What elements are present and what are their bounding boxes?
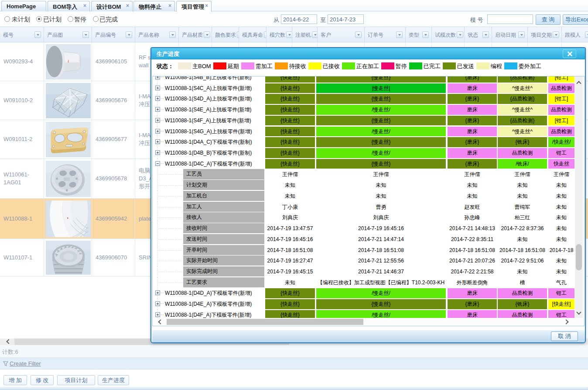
column-filter-button[interactable] [482,31,489,38]
process-cell[interactable]: /铣床/ [498,159,547,169]
column-filter-button[interactable] [355,31,362,38]
process-cell[interactable]: {慢走丝} [316,76,446,83]
column-filter-button[interactable] [457,31,463,38]
scroll-left-icon[interactable] [158,319,163,324]
scroll-up-icon[interactable] [576,81,581,86]
tree-row[interactable]: W110088-1(S4B_B)上脱板零件(新制){快走丝}{慢走丝}{磨床}{… [153,76,584,83]
process-cell[interactable]: ^慢走丝^ [498,105,547,115]
column-filter-button[interactable] [553,31,559,38]
process-cell[interactable]: {快走丝} [265,105,315,115]
process-cell[interactable]: 品质检测 [548,83,574,93]
process-cell[interactable]: {磨床} [448,116,497,126]
process-cell[interactable]: 品质检测 [548,105,574,115]
expand-icon[interactable] [155,150,160,155]
process-cell[interactable]: 快走丝 [548,159,574,169]
process-cell[interactable]: [钳工] [548,76,574,83]
column-filter-button[interactable] [312,31,318,38]
column-header-注塑机[interactable]: 注塑机 [292,27,318,42]
tab-项目管理[interactable]: 项目管理× [176,1,212,12]
process-cell[interactable]: {品质检测} [498,116,547,126]
search-button[interactable]: 查 询 [536,14,561,25]
scrollbar-thumb[interactable] [576,244,582,270]
process-cell[interactable]: /慢走丝/ [316,105,446,115]
expand-icon[interactable] [155,86,160,90]
tab-close-icon[interactable]: × [83,3,86,9]
tree-row[interactable]: W110088-1(S4G_A)上脱板零件(新增){快走丝}/慢走丝/磨床^慢走… [153,126,584,137]
scroll-right-icon[interactable] [564,319,568,324]
process-cell[interactable]: {快走丝} [265,94,315,104]
column-filter-button[interactable] [585,31,588,38]
column-filter-button[interactable] [34,31,41,38]
radio-暂停[interactable] [68,16,73,22]
expand-icon[interactable] [155,129,160,134]
radio-label[interactable]: 未计划 [12,16,30,24]
process-cell[interactable]: {磨床} [448,299,497,309]
process-cell[interactable]: 磨床 [448,310,497,318]
column-header-模号[interactable]: 模号 [0,27,44,42]
process-cell[interactable]: {慢走丝} [316,299,446,309]
production-progress-button[interactable]: 生产进度 [98,375,129,385]
tree-row[interactable]: W110088-1(S4C_A)上脱板零件(新增){快走丝}|慢走丝|磨床^慢走… [153,83,584,94]
process-cell[interactable]: 钳工 [548,288,574,298]
tab-bom导入[interactable]: BOM导入× [48,1,90,11]
process-cell[interactable]: {慢走丝} [316,94,446,104]
expand-icon[interactable] [155,301,160,306]
process-cell[interactable]: 磨床 [448,83,497,93]
column-filter-button[interactable] [422,31,429,38]
column-header-产品图[interactable]: 产品图 [44,27,92,42]
column-header-试模次数[interactable]: 试模次数 [432,27,465,42]
scrollbar-thumb[interactable] [167,319,363,325]
column-filter-button[interactable] [126,31,132,38]
process-cell[interactable]: {磨床} [448,159,497,169]
scroll-left-icon[interactable] [6,339,11,344]
column-header-类型[interactable]: 类型 [406,27,432,42]
process-cell[interactable]: 钳工 [548,310,574,318]
radio-未计划[interactable] [4,16,10,22]
collapse-icon[interactable] [155,161,160,166]
tree-row[interactable]: W110088-1(D4A_C)下模板零件(新制){快走丝}{慢走丝}{磨床}{… [153,137,584,148]
column-filter-button[interactable] [518,31,525,38]
process-cell[interactable]: {快走丝} [265,76,315,83]
tab-close-icon[interactable]: × [168,3,171,9]
process-cell[interactable]: {慢走丝} [316,116,446,126]
process-cell[interactable]: 品质检测 [498,310,547,318]
column-filter-button[interactable] [82,31,89,38]
process-cell[interactable]: [快走丝] [548,299,574,309]
dialog-vertical-scrollbar[interactable] [575,76,583,318]
process-cell[interactable]: {慢走丝} [316,137,446,147]
radio-label[interactable]: 暂停 [74,16,86,24]
process-cell[interactable]: {磨床} [448,137,497,147]
process-cell[interactable]: /慢走丝/ [316,288,446,298]
expand-icon[interactable] [155,76,160,79]
export-excel-button[interactable]: 导出Excel [563,14,588,25]
cancel-button[interactable]: 取 消 [551,331,578,341]
expand-icon[interactable] [155,118,160,123]
process-cell[interactable]: /快走丝/ [548,137,574,147]
tab-物料停止[interactable]: 物料停止× [133,1,175,11]
tree-row[interactable]: W110088-1(D4E_A)下模板零件(新增){快走丝}{慢走丝}{磨床}{… [153,299,584,310]
expand-icon[interactable] [155,312,160,317]
tree-row[interactable]: W110088-1(D4B_B)下模板零件(新制){快走丝}/慢走丝/磨床品质检… [153,148,584,159]
tab-homepage[interactable]: HomePage [1,1,46,11]
column-header-项目交期[interactable]: 项目交期 [528,27,562,42]
column-header-订单号[interactable]: 订单号 [365,27,406,42]
process-cell[interactable]: 磨床 [448,148,497,158]
column-header-产品编号[interactable]: 产品编号 [92,27,135,42]
process-cell[interactable]: 磨床 [448,127,497,137]
process-cell[interactable]: ^慢走丝^ [498,127,547,137]
column-header-颜色要求[interactable]: 颜色要求 [212,27,239,42]
process-cell[interactable]: {快走丝} [265,310,315,318]
process-cell[interactable]: {铣床} [498,299,547,309]
tab-设计bom[interactable]: 设计BOM× [91,1,133,11]
column-header-跟模人[interactable]: 跟模人 [562,27,588,42]
process-cell[interactable]: 磨床 [448,288,497,298]
project-plan-button[interactable]: 项目计划 [57,375,95,385]
scroll-down-icon[interactable] [576,310,581,314]
radio-label[interactable]: 已计划 [43,16,62,24]
process-cell[interactable]: 钳工 [548,148,574,158]
column-filter-button[interactable] [286,31,292,38]
column-filter-button[interactable] [396,31,403,38]
tab-close-icon[interactable]: × [205,3,208,9]
tree-row[interactable]: W110088-1(S4F_A)上脱板零件(新增){快走丝}{慢走丝}{磨床}{… [153,115,584,126]
column-filter-button[interactable] [169,31,176,38]
